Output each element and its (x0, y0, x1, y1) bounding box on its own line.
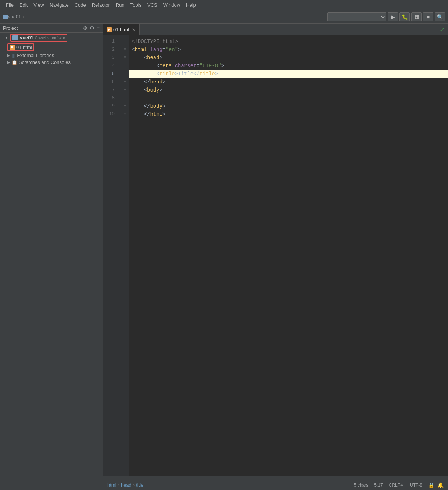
scratches-expand-icon[interactable]: ▶ (7, 60, 10, 64)
tab-close-button[interactable]: ✕ (132, 27, 136, 32)
breadcrumb-sep-2: › (133, 482, 135, 488)
menu-file[interactable]: File (3, 1, 17, 9)
code-line-5[interactable]: <title>Title</title> (129, 70, 448, 78)
horizontal-scrollbar[interactable] (103, 476, 448, 480)
sidebar-content: ▼ vue01 C:\webstorm\wor H 01.html ▶ ||| … (0, 33, 103, 486)
code-editor[interactable]: 1 2 3 4 5 6 7 8 9 10 ▽ ▽ ▽ ▽ ▽ (103, 35, 448, 476)
line-num-7: 7 (103, 86, 118, 94)
fold-arrow-6[interactable]: ▽ (121, 78, 129, 86)
scratches-label: Scratches and Consoles (19, 60, 71, 65)
sidebar-item-scratches[interactable]: ▶ 📋 Scratches and Consoles (0, 59, 103, 66)
tab-label: 01.html (113, 27, 129, 32)
project-path-label: C:\webstorm\wor (35, 36, 65, 40)
sidebar-item-external-libraries[interactable]: ▶ ||| External Libraries (0, 52, 103, 59)
code-line-8[interactable] (129, 94, 448, 102)
run-config-select[interactable] (327, 12, 386, 21)
menu-view[interactable]: View (31, 1, 47, 9)
gutter: ▽ ▽ ▽ ▽ ▽ ▽ (121, 35, 129, 476)
status-bar: html › head › title 5 chars 5:17 CRLF↵ U… (103, 480, 448, 490)
gutter-5 (121, 70, 129, 78)
scratches-icon: 📋 (12, 60, 17, 65)
code-line-7[interactable]: <body> (129, 86, 448, 94)
fold-arrow-3[interactable]: ▽ (121, 54, 129, 62)
tab-01html[interactable]: H 01.html ✕ (103, 24, 140, 35)
lock-icon[interactable]: 🔒 (428, 482, 434, 488)
code-line-2[interactable]: <html lang="en"> (129, 46, 448, 54)
breadcrumb-head[interactable]: head (121, 482, 132, 488)
toolbar-breadcrumb: vue01 › (3, 14, 24, 19)
html-file-icon: H (10, 45, 15, 50)
gutter-8 (121, 94, 129, 102)
fold-arrow-2[interactable]: ▽ (121, 46, 129, 54)
tab-bar: H 01.html ✕ ✓ (103, 24, 448, 35)
status-encoding[interactable]: UTF-8 (410, 483, 422, 488)
line-num-5: 5 (103, 70, 118, 78)
project-folder-icon (12, 35, 18, 40)
menu-tools[interactable]: Tools (128, 1, 144, 9)
code-line-9[interactable]: </body> (129, 102, 448, 110)
line-num-2: 2 (103, 46, 118, 54)
notification-icon[interactable]: 🔔 (437, 482, 444, 488)
menu-refactor[interactable]: Refactor (89, 1, 113, 9)
line-numbers: 1 2 3 4 5 6 7 8 9 10 (103, 35, 121, 476)
sidebar-settings-icon[interactable]: ⚙ (90, 25, 94, 31)
sidebar-add-icon[interactable]: ⊕ (83, 25, 87, 31)
menu-edit[interactable]: Edit (17, 1, 31, 9)
line-num-4: 4 (103, 62, 118, 70)
menu-window[interactable]: Window (160, 1, 183, 9)
status-icons: 🔒 🔔 (428, 482, 444, 488)
folder-icon (3, 15, 8, 19)
toolbar: vue01 › ▶ 🐛 ▦ ■ 🔍 (0, 10, 448, 24)
sidebar-title: Project (3, 25, 81, 31)
coverage-button[interactable]: ▦ (411, 12, 422, 21)
breadcrumb-sep-1: › (118, 482, 119, 488)
gutter-1 (121, 37, 129, 46)
search-button[interactable]: 🔍 (435, 12, 445, 21)
line-num-1: 1 (103, 37, 118, 46)
menu-help[interactable]: Help (183, 1, 199, 9)
line-num-3: 3 (103, 54, 118, 62)
line-num-10: 10 (103, 110, 118, 118)
run-button[interactable]: ▶ (388, 12, 398, 21)
code-line-1[interactable]: <!DOCTYPE html> (129, 37, 448, 46)
libraries-icon: ||| (12, 53, 15, 58)
fold-arrow-7[interactable]: ▽ (121, 86, 129, 94)
status-position[interactable]: 5:17 (374, 483, 383, 488)
fold-arrow-9[interactable]: ▽ (121, 102, 129, 110)
debug-button[interactable]: 🐛 (399, 12, 410, 21)
line-num-6: 6 (103, 78, 118, 86)
breadcrumb-html[interactable]: html (107, 482, 117, 488)
check-mark-icon: ✓ (440, 26, 445, 34)
sidebar: Project ⊕ ⚙ ≡ ▼ vue01 C:\webstorm\wor H (0, 24, 103, 490)
sidebar-more-icon[interactable]: ≡ (97, 25, 100, 31)
code-line-6[interactable]: </head> (129, 78, 448, 86)
breadcrumb-title[interactable]: title (136, 482, 143, 488)
editor-area: H 01.html ✕ ✓ 1 2 3 4 5 6 7 8 9 10 (103, 24, 448, 490)
libraries-expand-icon[interactable]: ▶ (7, 53, 10, 57)
status-chars: 5 chars (354, 483, 368, 488)
menu-bar: File Edit View Navigate Code Refactor Ru… (0, 0, 448, 10)
code-line-4[interactable]: <meta charset="UTF-8"> (129, 62, 448, 70)
code-line-10[interactable]: </html> (129, 110, 448, 118)
fold-arrow-10[interactable]: ▽ (121, 110, 129, 118)
code-line-3[interactable]: <head> (129, 54, 448, 62)
sidebar-item-01html[interactable]: H 01.html (6, 43, 103, 52)
stop-button[interactable]: ■ (423, 12, 433, 21)
line-num-9: 9 (103, 102, 118, 110)
sidebar-scrollbar[interactable] (0, 486, 103, 490)
menu-run[interactable]: Run (113, 1, 128, 9)
sidebar-item-vue01-root[interactable]: ▼ vue01 C:\webstorm\wor (0, 33, 103, 43)
file-name-label: 01.html (16, 44, 32, 50)
project-name-label: vue01 (20, 35, 33, 40)
sidebar-header: Project ⊕ ⚙ ≡ (0, 24, 103, 33)
status-line-ending[interactable]: CRLF↵ (389, 483, 404, 488)
status-breadcrumb: html › head › title (107, 482, 348, 488)
external-libraries-label: External Libraries (17, 53, 54, 58)
code-content[interactable]: <!DOCTYPE html> <html lang="en"> <head> … (129, 35, 448, 476)
menu-navigate[interactable]: Navigate (47, 1, 71, 9)
menu-vcs[interactable]: VCS (144, 1, 160, 9)
expand-arrow-icon[interactable]: ▼ (4, 36, 8, 40)
tab-html-icon: H (107, 27, 112, 32)
main-layout: Project ⊕ ⚙ ≡ ▼ vue01 C:\webstorm\wor H (0, 24, 448, 490)
menu-code[interactable]: Code (72, 1, 89, 9)
